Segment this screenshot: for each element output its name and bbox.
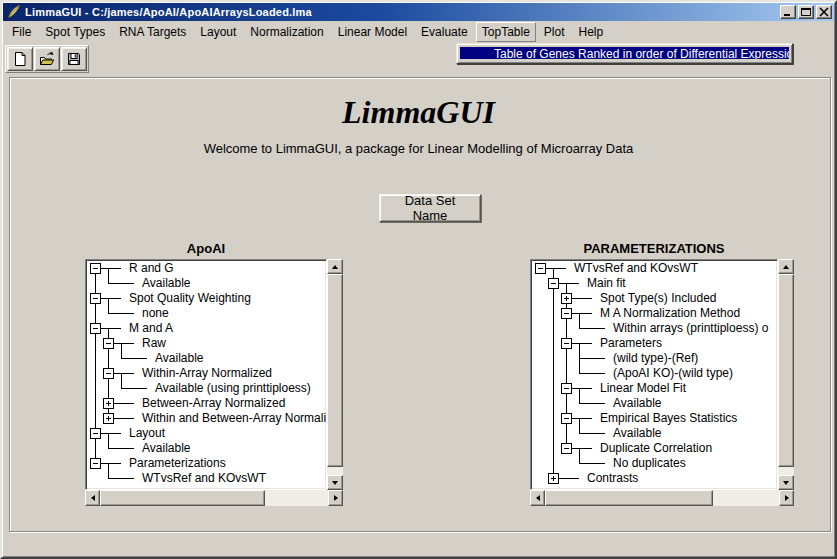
apoai-node-between-array-normalized[interactable]: Between-Array Normalized: [142, 396, 285, 411]
save-file-icon: [66, 51, 82, 67]
save-file-button[interactable]: [61, 47, 87, 71]
scroll-left-button[interactable]: [85, 490, 100, 506]
tree-connector-line: [559, 478, 579, 479]
menu-item-plot[interactable]: Plot: [538, 22, 571, 42]
collapse-toggle-icon[interactable]: [535, 263, 546, 274]
title-bar[interactable]: LimmaGUI - C:/james/ApoAI/ApoAIArraysLoa…: [3, 3, 834, 21]
collapse-toggle-icon[interactable]: [90, 428, 101, 439]
scroll-right-button[interactable]: [779, 490, 794, 506]
tree-connector-line: [572, 418, 592, 419]
arrow-up-icon: [783, 265, 789, 269]
apoai-node-available[interactable]: Available: [155, 351, 203, 366]
param-node-wild-type-ref[interactable]: (wild type)-(Ref): [613, 351, 698, 366]
param-node-contrasts[interactable]: Contrasts: [587, 471, 638, 486]
scroll-up-button[interactable]: [778, 259, 794, 274]
maximize-button[interactable]: [798, 5, 814, 19]
param-node-within-arrays-printtiploess-o[interactable]: Within arrays (printtiploess) o: [613, 321, 768, 336]
vertical-scroll-thumb[interactable]: [327, 274, 343, 467]
apoai-vertical-scrollbar[interactable]: [327, 259, 343, 490]
menu-item-spot-types[interactable]: Spot Types: [39, 22, 111, 42]
apoai-node-raw[interactable]: Raw: [142, 336, 166, 351]
collapse-toggle-icon[interactable]: [103, 338, 114, 349]
apoai-node-spot-quality-weighting[interactable]: Spot Quality Weighting: [129, 291, 251, 306]
param-node-spot-type-s-included[interactable]: Spot Type(s) Included: [600, 291, 717, 306]
menu-item-toptable[interactable]: TopTable: [476, 22, 536, 42]
param-node-m-a-normalization-method[interactable]: M A Normalization Method: [600, 306, 740, 321]
tree-connector-line: [121, 373, 122, 388]
data-set-name-button[interactable]: Data Set Name: [379, 194, 481, 222]
parameterizations-vertical-scrollbar[interactable]: [778, 259, 794, 490]
param-node-available[interactable]: Available: [613, 396, 661, 411]
apoai-node-parameterizations[interactable]: Parameterizations: [129, 456, 226, 471]
collapse-toggle-icon[interactable]: [561, 383, 572, 394]
collapse-toggle-icon[interactable]: [90, 293, 101, 304]
expand-toggle-icon[interactable]: [548, 473, 559, 484]
apoai-node-within-and-between-array-normalized[interactable]: Within and Between-Array Normalized: [142, 411, 327, 426]
collapse-toggle-icon[interactable]: [548, 278, 559, 289]
apoai-node-layout[interactable]: Layout: [129, 426, 165, 441]
menu-item-help[interactable]: Help: [573, 22, 610, 42]
collapse-toggle-icon[interactable]: [103, 368, 114, 379]
scroll-up-button[interactable]: [327, 259, 343, 274]
arrow-down-icon: [783, 481, 789, 485]
apoai-node-r-and-g[interactable]: R and G: [129, 261, 174, 276]
collapse-toggle-icon[interactable]: [90, 263, 101, 274]
apoai-node-m-and-a[interactable]: M and A: [129, 321, 173, 336]
arrow-right-icon: [785, 495, 789, 501]
expand-toggle-icon[interactable]: [561, 293, 572, 304]
param-node-main-fit[interactable]: Main fit: [587, 276, 626, 291]
param-node-linear-model-fit[interactable]: Linear Model Fit: [600, 381, 686, 396]
apoai-node-within-array-normalized[interactable]: Within-Array Normalized: [142, 366, 272, 381]
collapse-toggle-icon[interactable]: [561, 338, 572, 349]
menu-item-layout[interactable]: Layout: [194, 22, 242, 42]
collapse-toggle-icon[interactable]: [561, 308, 572, 319]
new-file-button[interactable]: [7, 47, 33, 71]
scroll-left-button[interactable]: [530, 490, 545, 506]
close-button[interactable]: [816, 5, 832, 19]
param-node-wtvsref-and-kovswt[interactable]: WTvsRef and KOvsWT: [574, 261, 698, 276]
horizontal-scroll-thumb[interactable]: [545, 490, 713, 506]
menu-item-file[interactable]: File: [6, 22, 37, 42]
param-node-no-duplicates[interactable]: No duplicates: [613, 456, 686, 471]
tree-connector-line: [121, 358, 147, 359]
tree-connector-line: [114, 418, 134, 419]
apoai-treeview[interactable]: R and GAvailableSpot Quality Weightingno…: [85, 259, 327, 490]
horizontal-scroll-thumb[interactable]: [100, 490, 265, 506]
tree-connector-line: [101, 328, 121, 329]
param-node-parameters[interactable]: Parameters: [600, 336, 662, 351]
collapse-toggle-icon[interactable]: [561, 443, 572, 454]
menu-item-evaluate[interactable]: Evaluate: [415, 22, 474, 42]
scroll-down-button[interactable]: [778, 475, 794, 490]
tree-connector-line: [579, 328, 605, 329]
menu-item-rna-targets[interactable]: RNA Targets: [113, 22, 192, 42]
parameterizations-horizontal-scrollbar[interactable]: [530, 490, 794, 506]
tree-connector-line: [108, 448, 134, 449]
vertical-scroll-thumb[interactable]: [778, 274, 794, 467]
param-node-available[interactable]: Available: [613, 426, 661, 441]
param-node-empirical-bayes-statistics[interactable]: Empirical Bayes Statistics: [600, 411, 737, 426]
parameterizations-treeview[interactable]: WTvsRef and KOvsWTMain fitSpot Type(s) I…: [530, 259, 778, 490]
collapse-toggle-icon[interactable]: [561, 413, 572, 424]
tree-connector-line: [121, 343, 122, 358]
apoai-node-wtvsref-and-kovswt[interactable]: WTvsRef and KOvsWT: [142, 471, 266, 486]
minimize-button[interactable]: [780, 5, 796, 19]
collapse-toggle-icon[interactable]: [90, 323, 101, 334]
window-title: LimmaGUI - C:/james/ApoAI/ApoAIArraysLoa…: [25, 6, 312, 18]
apoai-horizontal-scrollbar[interactable]: [85, 490, 343, 506]
scroll-right-button[interactable]: [328, 490, 343, 506]
apoai-node-available-using-printtiploess[interactable]: Available (using printtiploess): [155, 381, 311, 396]
menu-item-normalization[interactable]: Normalization: [244, 22, 329, 42]
collapse-toggle-icon[interactable]: [90, 458, 101, 469]
open-file-button[interactable]: [34, 47, 60, 71]
apoai-node-none[interactable]: none: [142, 306, 169, 321]
scroll-down-button[interactable]: [327, 475, 343, 490]
menu-item-linear-model[interactable]: Linear Model: [332, 22, 413, 42]
expand-toggle-icon[interactable]: [103, 398, 114, 409]
tree-connector-line: [579, 343, 580, 373]
apoai-node-available[interactable]: Available: [142, 441, 190, 456]
param-node-apoai-ko-wild-type[interactable]: (ApoAI KO)-(wild type): [613, 366, 733, 381]
expand-toggle-icon[interactable]: [103, 413, 114, 424]
menu-item-table-of-genes-ranked-in-order-of-differ[interactable]: Table of Genes Ranked in order of Differ…: [460, 47, 789, 59]
param-node-duplicate-correlation[interactable]: Duplicate Correlation: [600, 441, 712, 456]
apoai-node-available[interactable]: Available: [142, 276, 190, 291]
